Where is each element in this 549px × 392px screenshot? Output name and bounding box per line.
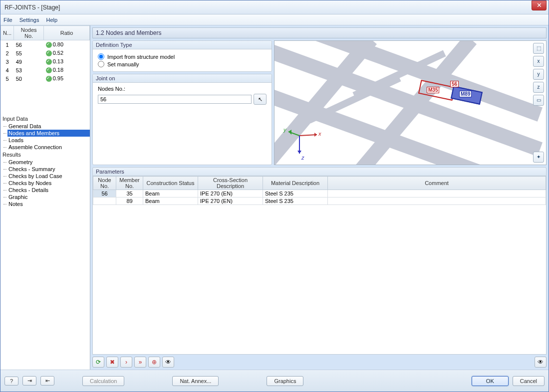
check-icon (46, 42, 52, 48)
radio-import[interactable] (98, 53, 104, 60)
check-icon (46, 67, 52, 73)
close-button[interactable]: ✕ (532, 0, 547, 10)
content-header: 1.2 Nodes and Members (92, 27, 547, 38)
menu-settings[interactable]: Settings (19, 17, 39, 23)
fast-forward-button[interactable]: » (134, 357, 146, 368)
graphics-button[interactable]: Graphics (267, 376, 303, 386)
axis-x-label: x (318, 131, 321, 137)
grid-row[interactable]: 89 Beam IPE 270 (EN) Steel S 235 (93, 197, 546, 205)
tree-checks-nodes[interactable]: Checks by Nodes (7, 180, 90, 187)
joint-on-group: Joint on Nodes No.: ↖ (92, 74, 272, 165)
3d-viewport[interactable]: M35 56 M89 x y z ⬚ x y (274, 40, 547, 165)
params-toolbar: ⟳ ✖ › » ⊕ 👁 👁 (92, 357, 547, 368)
tree-results[interactable]: Results (2, 152, 90, 158)
export-button[interactable]: ⇤ (40, 376, 54, 386)
menu-help[interactable]: Help (46, 17, 57, 23)
calculation-button[interactable]: Calculation (82, 376, 124, 386)
view-iso-button[interactable]: ⬚ (533, 43, 544, 54)
check-icon (46, 59, 52, 65)
svg-marker-5 (297, 151, 301, 154)
tree-assemble[interactable]: Assemble Connection (7, 144, 90, 151)
cancel-button[interactable]: Cancel (513, 376, 545, 386)
help-button[interactable]: ? (4, 377, 18, 386)
col-cross-section[interactable]: Cross-Section Description (198, 177, 263, 190)
col-member-no[interactable]: Member No. (116, 177, 143, 190)
tree-graphic[interactable]: Graphic (7, 194, 90, 200)
table-row[interactable]: 3490.13 (1, 57, 90, 66)
table-row[interactable]: 1560.80 (1, 40, 90, 49)
tree-notes[interactable]: Notes (7, 200, 90, 207)
nav-tree[interactable]: Input Data General Data Nodes and Member… (0, 113, 90, 370)
menubar: File Settings Help (0, 14, 549, 25)
tree-geometry[interactable]: Geometry (7, 159, 90, 166)
tree-general-data[interactable]: General Data (7, 123, 90, 130)
view-toggle-button[interactable]: 👁 (162, 357, 174, 368)
tree-loads[interactable]: Loads (7, 137, 90, 144)
grid-row[interactable]: 56 35 Beam IPE 270 (EN) Steel S 235 (93, 190, 546, 197)
table-row[interactable]: 4530.18 (1, 66, 90, 74)
axis-gizmo (284, 121, 324, 161)
group-title: Definition Type (93, 41, 272, 49)
content-area: 1.2 Nodes and Members Definition Type Im… (90, 25, 549, 370)
delete-button[interactable]: ✖ (106, 357, 118, 368)
table-row[interactable]: 5500.95 (1, 74, 90, 83)
import-button[interactable]: ⇥ (22, 376, 36, 386)
group-title: Joint on (93, 74, 272, 83)
window-title: RF-JOINTS - [Stage] (0, 4, 60, 11)
col-comment[interactable]: Comment (328, 177, 546, 190)
axis-z-label: z (301, 155, 304, 161)
eye-right-button[interactable]: 👁 (535, 357, 547, 368)
check-icon (46, 76, 52, 82)
radio-import-label: Import from structure model (107, 54, 175, 60)
add-member-button[interactable]: ⊕ (148, 357, 160, 368)
radio-manual-label: Set manually (107, 61, 139, 67)
table-row[interactable]: 2550.52 (1, 49, 90, 57)
check-icon (46, 50, 52, 56)
nodes-no-label: Nodes No.: (98, 86, 267, 92)
ok-button[interactable]: OK (472, 376, 509, 386)
refresh-button[interactable]: ⟳ (92, 357, 104, 368)
nat-annex-button[interactable]: Nat. Annex... (172, 376, 219, 386)
view-x-button[interactable]: x (533, 56, 544, 67)
parameters-title: Parameters (92, 167, 547, 176)
view-y-button[interactable]: y (533, 69, 544, 80)
definition-type-group: Definition Type Import from structure mo… (92, 40, 272, 72)
col-nodes[interactable]: Nodes No. (14, 26, 44, 40)
col-construction[interactable]: Construction Status (143, 177, 198, 190)
member-label-m89: M89 (459, 91, 472, 97)
parameters-grid[interactable]: Node No. Member No. Construction Status … (93, 176, 546, 205)
pick-node-button[interactable]: ↖ (254, 94, 267, 105)
titlebar: RF-JOINTS - [Stage] ✕ (0, 0, 549, 14)
svg-marker-1 (314, 133, 317, 137)
bottom-bar: ? ⇥ ⇤ Calculation Nat. Annex... Graphics… (0, 370, 549, 392)
tree-checks-details[interactable]: Checks - Details (7, 187, 90, 194)
member-label-m35: M35 (427, 87, 439, 93)
svg-line-0 (299, 135, 317, 136)
axis-y-label: y (283, 127, 286, 133)
col-node-no[interactable]: Node No. (93, 177, 116, 190)
node-label-56: 56 (450, 81, 459, 87)
nodes-ratio-table[interactable]: N... Nodes No. Ratio 1560.80 2550.52 349… (0, 25, 90, 83)
nodes-no-input[interactable] (98, 95, 252, 104)
tree-input-data[interactable]: Input Data (2, 116, 90, 122)
next-button[interactable]: › (120, 357, 132, 368)
col-material[interactable]: Material Description (263, 177, 328, 190)
tree-nodes-members[interactable]: Nodes and Members (7, 130, 90, 137)
tree-checks-loadcase[interactable]: Checks by Load Case (7, 173, 90, 180)
left-pane: N... Nodes No. Ratio 1560.80 2550.52 349… (0, 25, 90, 370)
radio-manual[interactable] (98, 61, 104, 67)
col-idx[interactable]: N... (1, 26, 14, 40)
col-ratio[interactable]: Ratio (44, 26, 90, 40)
view-z-button[interactable]: z (533, 82, 544, 93)
view-settings-button[interactable]: ✦ (533, 152, 544, 163)
menu-file[interactable]: File (3, 17, 12, 23)
view-box-button[interactable]: ▭ (533, 95, 544, 106)
tree-checks-summary[interactable]: Checks - Summary (7, 166, 90, 173)
